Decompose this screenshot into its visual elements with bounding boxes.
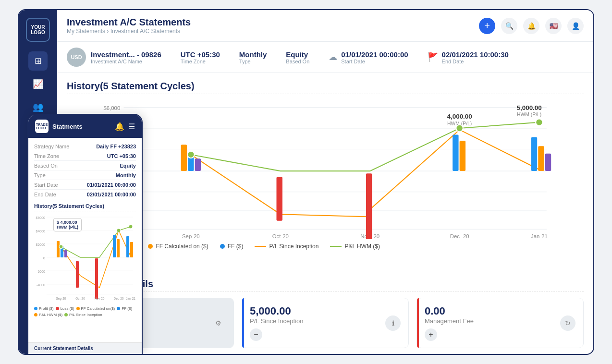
mobile-basedon-row: Based On Equity (34, 163, 136, 170)
start-date-icon: ☁ (329, 52, 337, 62)
svg-rect-24 (453, 135, 458, 171)
mgmt-fee-icon: ↻ (560, 315, 575, 331)
svg-text:Jan-21: Jan-21 (531, 233, 548, 239)
user-button[interactable]: 👤 (567, 18, 584, 34)
mobile-header-actions: 🔔 ☰ (115, 122, 135, 131)
pl-inception-card: 5,000.00 P/L Since Inception − ℹ (242, 298, 409, 348)
account-info: Investment... - 09826 Investment A/C Nam… (91, 50, 161, 64)
svg-text:$6,000: $6,000 (103, 105, 120, 111)
sidebar-item-charts[interactable]: 📈 (28, 74, 48, 94)
pl-inception-amount: 5,000.00 (250, 305, 304, 317)
chart-legend: Profit ($) Loss ($) FF Calculated on ($)… (67, 239, 584, 254)
mobile-legend-pl: P/L Since Inception (64, 313, 102, 317)
svg-rect-28 (545, 154, 551, 171)
start-date-value: 01/01/2021 00:00:00 (341, 50, 408, 59)
svg-text:Sep-20: Sep-20 (56, 297, 66, 301)
mobile-logo: TRADELOGO (35, 120, 49, 133)
svg-rect-19 (181, 145, 187, 171)
legend-pl-inception: P/L Since Inception (255, 243, 318, 250)
svg-rect-26 (531, 137, 537, 171)
notification-button[interactable]: 🔔 (523, 18, 539, 34)
language-button[interactable]: 🇺🇸 (545, 18, 562, 34)
svg-point-58 (59, 245, 63, 249)
mgmt-fee-card: 0.00 Management Fee + ↻ (416, 298, 584, 348)
svg-text:Dec-20: Dec-20 (114, 297, 124, 300)
svg-text:$4000: $4000 (36, 230, 46, 233)
account-sub-label: Investment A/C Name (91, 59, 161, 64)
info-bar: USD Investment... - 09826 Investment A/C… (57, 42, 593, 73)
mobile-type-row: Type Monthly (34, 172, 136, 180)
svg-rect-27 (538, 146, 544, 171)
svg-point-60 (129, 225, 133, 229)
svg-point-29 (187, 151, 195, 158)
mobile-history-title: History(5 Statement Cycles) (34, 203, 136, 209)
mobile-overlay: TRADELOGO Statments 🔔 ☰ Strategy Name Da… (27, 114, 143, 354)
timezone-value: UTC +05:30 (181, 50, 220, 59)
pl-inception-icon: ℹ (385, 315, 401, 331)
mobile-chart-area: $ 4,000.00HWM (P/L) $6000 $4000 $2000 0 … (34, 213, 136, 304)
pl-inception-desc: P/L Since Inception (250, 317, 304, 325)
end-date-label: End Date (442, 59, 509, 64)
svg-text:HWM (P/L): HWM (P/L) (447, 121, 472, 126)
pl-inception-minus-btn[interactable]: − (250, 328, 262, 341)
timezone-info: UTC +05:30 Time Zone (181, 50, 220, 64)
mgmt-fee-info: 0.00 Management Fee + (425, 305, 474, 341)
svg-text:5,000.00: 5,000.00 (516, 104, 541, 111)
mobile-legend-ff-calc: FF Calculated on($) (76, 306, 115, 311)
sidebar-item-dashboard[interactable]: ⊞ (28, 51, 48, 71)
svg-text:Sep-20: Sep-20 (182, 233, 200, 239)
chart-svg: $6,000 $4,000 $2000 0 -2000 -4000 -6000 (67, 100, 584, 239)
svg-point-31 (536, 119, 543, 126)
mobile-chart-tooltip: $ 4,000.00HWM (P/L) (53, 218, 82, 231)
based-on-label: Based On (286, 59, 309, 64)
mobile-legend: Profit ($) Loss ($) FF Calculated on($) … (34, 306, 136, 317)
mobile-timezone-row: Time Zone UTC +05:30 (34, 153, 136, 161)
mobile-bell-icon[interactable]: 🔔 (115, 122, 124, 131)
mgmt-bar (417, 298, 419, 348)
pl-bar (242, 298, 244, 348)
svg-rect-25 (460, 141, 465, 171)
type-value: Monthly (239, 50, 267, 59)
svg-text:$2000: $2000 (36, 243, 46, 246)
svg-rect-52 (76, 261, 79, 288)
search-button[interactable]: 🔍 (501, 18, 517, 34)
based-on-value: Equity (286, 50, 309, 59)
mgmt-fee-add-btn[interactable]: + (425, 328, 437, 341)
header-title-block: Investment A/C Statements My Statements … (67, 17, 191, 35)
mgmt-fee-amount: 0.00 (425, 305, 474, 317)
end-date-info: 02/01/2021 10:00:30 End Date (442, 50, 509, 64)
mobile-legend-hwm: P&L HWM ($) (34, 313, 62, 317)
breadcrumb: My Statements › Investment A/C Statement… (67, 28, 191, 35)
mobile-menu-icon[interactable]: ☰ (128, 122, 135, 131)
start-date-info: 01/01/2021 00:00:00 Start Date (341, 50, 408, 64)
mobile-body: Strategy Name Daily FF +23823 Time Zone … (28, 138, 142, 323)
svg-rect-49 (57, 241, 60, 257)
mobile-legend-loss: Loss ($) (56, 306, 74, 311)
start-date-block: ☁ 01/01/2021 00:00:00 Start Date (329, 50, 408, 64)
mobile-legend-profit: Profit ($) (34, 306, 54, 311)
header-actions: + 🔍 🔔 🇺🇸 👤 (479, 18, 584, 34)
chart-title: History(5 Statement Cycles) (67, 81, 584, 92)
mobile-header: TRADELOGO Statments 🔔 ☰ (28, 115, 142, 138)
type-info: Monthly Type (239, 50, 267, 64)
mobile-enddate-row: End Date 02/01/2021 00:00:00 (34, 192, 136, 199)
svg-rect-56 (126, 236, 129, 257)
svg-text:$6000: $6000 (36, 216, 46, 219)
svg-text:HWM (P/L): HWM (P/L) (517, 112, 541, 117)
svg-text:Dec- 20: Dec- 20 (450, 233, 469, 239)
opening-balance-icon: ⚙ (210, 315, 226, 331)
svg-rect-51 (64, 250, 67, 257)
mgmt-fee-desc: Management Fee (425, 317, 474, 325)
end-date-icon: 🚩 (428, 52, 438, 62)
add-button[interactable]: + (479, 18, 495, 34)
start-date-label: Start Date (341, 59, 408, 64)
mobile-chart-svg: $6000 $4000 $2000 0 -2000 -4000 (34, 213, 136, 302)
pl-inception-info: 5,000.00 P/L Since Inception − (250, 305, 304, 341)
account-badge: USD Investment... - 09826 Investment A/C… (67, 48, 161, 67)
timezone-label: Time Zone (181, 59, 220, 64)
statement-cards: 000.00 ning Balance + ⚙ 5,000.00 (67, 298, 584, 348)
based-on-info: Equity Based On (286, 50, 309, 64)
end-date-value: 02/01/2021 10:00:30 (442, 50, 509, 59)
svg-text:Oct-20: Oct-20 (75, 297, 85, 300)
mobile-legend-ff: FF ($) (117, 306, 132, 311)
